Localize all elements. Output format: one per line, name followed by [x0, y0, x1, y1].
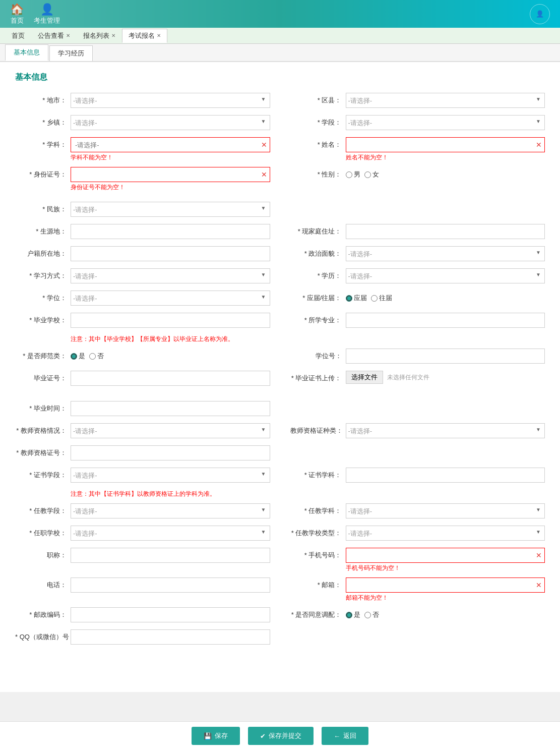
degree-select[interactable]: -请选择- [71, 291, 270, 306]
grad-cert-no-label: 毕业证号： [15, 371, 71, 383]
form-col-hukou: 户籍所在地： [15, 246, 270, 261]
stage-select[interactable]: -请选择- [346, 115, 545, 130]
education-control: -请选择- [346, 268, 545, 283]
name-error-msg: 姓名不能为空！ [346, 153, 545, 162]
district-select[interactable]: -请选择- [346, 93, 545, 108]
dispatch-no-label[interactable]: 否 [364, 610, 379, 619]
grad-time-input[interactable] [71, 401, 270, 416]
teach-stage-select[interactable]: -请选择- [71, 503, 270, 518]
grad-school-input[interactable] [71, 313, 270, 328]
dispatch-yes-label[interactable]: 是 [346, 610, 360, 619]
gender-male-radio[interactable] [346, 171, 352, 178]
save-submit-button[interactable]: ✔ 保存并提交 [248, 727, 314, 745]
ying-jie-option2-label[interactable]: 往届 [371, 294, 392, 303]
teacher-type-no-label[interactable]: 否 [89, 352, 104, 361]
tab-close-exam-registration[interactable]: ✕ [157, 33, 161, 38]
hukou-input[interactable] [71, 246, 270, 261]
save-button[interactable]: 💾 保存 [192, 727, 240, 745]
bottom-bar: 💾 保存 ✔ 保存并提交 ← 返回 [0, 721, 560, 750]
nav-management[interactable]: 👤 考生管理 [34, 3, 60, 25]
township-select[interactable]: -请选择- [71, 115, 270, 130]
mobile-input[interactable] [346, 548, 545, 563]
note2: 注意：其中【证书学科】以教师资格证上的学科为准。 [71, 490, 545, 498]
sub-tab-education-label: 学习经历 [58, 49, 84, 57]
sub-tab-bar: 基本信息 学习经历 [0, 44, 560, 62]
origin-control [71, 224, 270, 239]
tab-home[interactable]: 首页 [5, 29, 31, 43]
tab-close-registration-list[interactable]: ✕ [111, 33, 115, 38]
form-row-grad-cert: 毕业证号： * 毕业证书上传： 选择文件 未选择任何文件 [15, 371, 545, 388]
file-choose-label: 选择文件 [351, 373, 378, 381]
tab-close-announcement[interactable]: ✕ [66, 33, 70, 38]
back-button[interactable]: ← 返回 [322, 727, 368, 745]
nation-select[interactable]: -请选择- [71, 202, 270, 217]
name-clear-btn[interactable]: ✕ [536, 141, 542, 149]
grad-cert-no-input[interactable] [71, 371, 270, 386]
name-input[interactable] [346, 137, 545, 152]
ying-jie-option1-radio[interactable] [346, 295, 352, 302]
form-col-stage: * 学段： -请选择- [290, 115, 545, 130]
teacher-type-no-radio[interactable] [89, 353, 96, 360]
mobile-input-wrap: ✕ [346, 548, 545, 563]
qq-input[interactable] [71, 629, 270, 645]
major-input[interactable] [346, 313, 545, 328]
city-label: * 地市： [15, 93, 71, 105]
form-col-grad-school: * 毕业学校： [15, 313, 270, 328]
teach-subject-select-wrap: -请选择- [346, 503, 545, 518]
dispatch-yes-radio[interactable] [346, 612, 352, 618]
tab-announcement[interactable]: 公告查看 ✕ [31, 29, 77, 43]
teacher-cert-no-input[interactable] [71, 445, 270, 460]
teacher-cert-select[interactable]: -请选择- [71, 423, 270, 438]
cert-stage-select[interactable]: -请选择- [71, 468, 270, 483]
township-label: * 乡镇： [15, 115, 71, 127]
form-row-grad-time: * 毕业时间： [15, 401, 545, 418]
teacher-cert-control: -请选择- [71, 423, 270, 438]
file-choose-btn[interactable]: 选择文件 [346, 371, 383, 384]
teacher-cert-type-select[interactable]: -请选择- [346, 423, 545, 438]
teach-subject-select[interactable]: -请选择- [346, 503, 545, 518]
degree-no-input[interactable] [346, 349, 545, 364]
ying-jie-option1-label[interactable]: 应届 [346, 294, 367, 303]
home-address-input[interactable] [346, 224, 545, 239]
education-select[interactable]: -请选择- [346, 268, 545, 283]
tab-exam-registration[interactable]: 考试报名 ✕ [122, 29, 167, 43]
gender-male-label[interactable]: 男 [346, 170, 360, 179]
tab-registration-list[interactable]: 报名列表 ✕ [77, 29, 122, 43]
email-clear-btn[interactable]: ✕ [536, 581, 542, 589]
school-select[interactable]: -请选择- [71, 526, 270, 541]
id-input[interactable] [71, 167, 270, 182]
subject-clear-btn[interactable]: ✕ [261, 141, 267, 149]
user-avatar[interactable]: 👤 [530, 4, 550, 24]
school-type-select-wrap: -请选择- [346, 526, 545, 541]
form-col-study-mode: * 学习方式： -请选择- [15, 268, 270, 283]
form-col-teacher-cert-no: * 教师资格证号： [15, 445, 270, 460]
id-clear-btn[interactable]: ✕ [261, 170, 267, 179]
subject-input[interactable] [71, 137, 270, 152]
teacher-cert-type-label: 教师资格证种类： [290, 423, 346, 435]
mobile-clear-btn[interactable]: ✕ [536, 551, 542, 559]
dispatch-no-radio[interactable] [364, 612, 371, 618]
nav-home[interactable]: 🏠 首页 [10, 3, 24, 25]
school-type-select[interactable]: -请选择- [346, 526, 545, 541]
gender-female-radio[interactable] [364, 171, 371, 178]
sub-tab-basic-info[interactable]: 基本信息 [5, 44, 48, 61]
city-select[interactable]: -请选择- [71, 93, 270, 108]
ying-jie-option2-radio[interactable] [371, 295, 378, 302]
origin-input[interactable] [71, 224, 270, 239]
mobile-error-msg: 手机号码不能为空！ [346, 564, 545, 572]
district-control: -请选择- [346, 93, 545, 108]
gender-female-label[interactable]: 女 [364, 170, 379, 179]
cert-subject-input[interactable] [346, 468, 545, 483]
postcode-input[interactable] [71, 607, 270, 622]
political-select[interactable]: -请选择- [346, 246, 545, 261]
study-mode-select[interactable]: -请选择- [71, 268, 270, 283]
teacher-type-yes-radio[interactable] [71, 353, 77, 360]
sub-tab-education[interactable]: 学习经历 [49, 45, 93, 61]
file-upload-wrap: 选择文件 未选择任何文件 [346, 371, 545, 384]
email-input[interactable] [346, 578, 545, 593]
phone-input[interactable] [71, 578, 270, 593]
teacher-type-yes-label[interactable]: 是 [71, 352, 85, 361]
form-col-nation: * 民族： -请选择- [15, 202, 270, 217]
subject-input-wrap: ✕ [71, 137, 270, 152]
title-input[interactable] [71, 548, 270, 563]
